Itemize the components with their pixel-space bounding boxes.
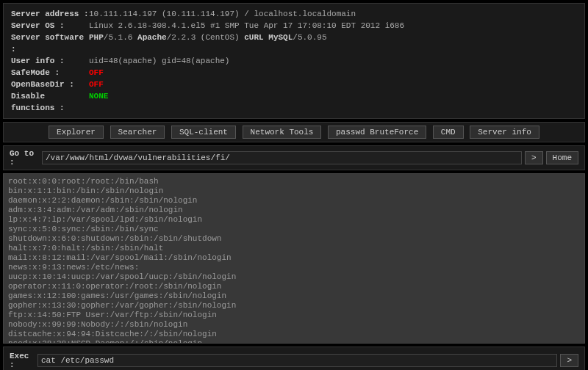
command-output[interactable]: root:x:0:0:root:/root:/bin/bash bin:x:1:… [3, 173, 585, 344]
exec-eval-panel: Exec > Eval > [3, 347, 585, 370]
nav-passwd-bruteforce[interactable]: passwd BruteForce [328, 126, 426, 139]
go-to-row: Go to > Home [3, 145, 585, 170]
nav-network-tools[interactable]: Network Tools [243, 126, 322, 139]
label-user-info: User info [11, 55, 89, 67]
label-safemode: SafeMode [11, 67, 89, 79]
label-server-os: Server OS [11, 20, 89, 32]
nav-cmd[interactable]: CMD [433, 126, 464, 139]
nav-explorer[interactable]: Explorer [49, 126, 104, 139]
value-server-address: 10.111.114.197 (10.111.114.197) / localh… [89, 8, 356, 20]
go-to-label: Go to [10, 149, 39, 167]
value-server-os: Linux 2.6.18-308.4.1.el5 #1 SMP Tue Apr … [89, 20, 404, 32]
nav-searcher[interactable]: Searcher [110, 126, 165, 139]
go-button[interactable]: > [525, 151, 543, 164]
nav-sql-client[interactable]: SQL-client [171, 126, 236, 139]
exec-button[interactable]: > [560, 354, 578, 367]
value-disable-functions: NONE [89, 90, 108, 114]
nav-server-info[interactable]: Server info [470, 126, 539, 139]
value-safemode: OFF [89, 67, 104, 79]
home-button[interactable]: Home [546, 151, 578, 164]
value-user-info: uid=48(apache) gid=48(apache) [89, 55, 229, 67]
value-server-software: PHP/5.1.6 Apache/2.2.3 (CentOS) cURL MyS… [89, 32, 327, 55]
server-info-panel: Server address 10.111.114.197 (10.111.11… [3, 3, 585, 119]
value-openbasedir: OFF [89, 79, 104, 90]
label-openbasedir: OpenBaseDir [11, 79, 89, 90]
label-disable-functions: Disable functions [11, 90, 89, 114]
label-server-software: Server software [11, 32, 89, 55]
label-server-address: Server address [11, 8, 89, 20]
go-to-input[interactable] [42, 151, 522, 164]
exec-input[interactable] [37, 354, 557, 367]
nav-menu: Explorer Searcher SQL-client Network Too… [3, 122, 585, 142]
exec-label: Exec [10, 352, 35, 369]
